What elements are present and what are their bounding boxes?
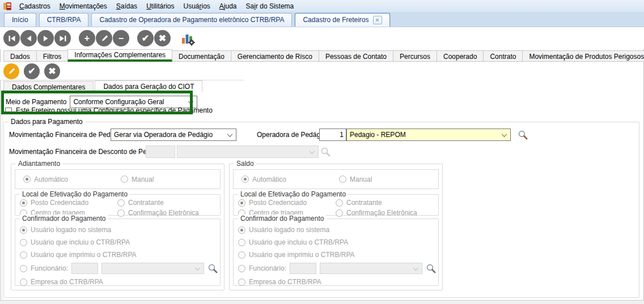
search-icon[interactable] [207,263,218,274]
search-icon[interactable] [426,263,437,274]
menu-sair-do-sistema[interactable]: Sair do Sistema [242,1,299,11]
menu-saidas[interactable]: Saídas [112,1,142,11]
operadora-value: Pedagio - REPOM [350,131,406,139]
local-efetivacao-group: Local de Efetivação do Pagamento Posto C… [233,194,439,216]
edit-button[interactable] [3,63,19,79]
tab-informacoes-complementares[interactable]: Informações Complementares [67,49,172,62]
menu-movimentacoes[interactable]: Movimentações [55,1,112,11]
radio-contratante[interactable]: Contratante [336,198,438,207]
radio-automatico[interactable]: Automático [242,175,339,184]
next-record-button[interactable] [37,30,54,46]
adiantamento-group: Adiantamento Automático Manual Local de … [11,164,224,290]
edit-toolbar: ✔ ✖ [0,62,244,80]
radio-icon [339,175,346,183]
highlight-box [1,91,193,114]
menu-ajuda[interactable]: Ajuda [215,1,242,11]
mov-desconto-select[interactable] [177,145,319,158]
app-window: Cadastros Movimentações Saídas Utilitári… [0,0,644,304]
tab-dados[interactable]: Dados [3,50,37,62]
radio-empresa-ctrb[interactable]: Empresa do CTRB/RPA [20,277,220,286]
bar-chart-gear-icon [180,31,195,46]
funcionario-select[interactable] [101,263,204,274]
delete-record-button[interactable]: − [113,30,129,46]
radio-manual[interactable]: Manual [121,175,220,184]
ciot-form: Meio de Pagamento Conforme Configuração … [0,92,644,300]
menu-utilitarios[interactable]: Utilitários [142,1,179,11]
tab-cooperado[interactable]: Cooperado [437,50,484,62]
pencil-icon [100,35,108,42]
operadora-code-field[interactable]: 1 [319,129,346,141]
edit-record-button[interactable] [96,30,112,46]
tab-inicio[interactable]: Início [4,13,36,27]
radio-icon [238,251,245,259]
radio-confirmacao-eletronica[interactable]: Confirmação Eletrônica [117,208,220,217]
movimentacao-desconto-row: Movimentação Financeira de Desconto de P… [9,145,633,158]
tab-percursos[interactable]: Percursos [393,50,437,62]
radio-posto-credenciado[interactable]: Posto Credenciado [238,198,336,207]
plus-icon: + [84,33,90,44]
app-icon [3,2,12,11]
radio-confirmacao-eletronica[interactable]: Confirmação Eletrônica [336,208,438,217]
radio-usuario-incluiu[interactable]: Usuário que incluiu o CTRB/RPA [20,238,220,247]
pencil-icon [7,67,15,75]
radio-usuario-incluiu[interactable]: Usuário que incluiu o CTRB/RPA [238,238,438,247]
status-strip [0,300,644,304]
tab-gerenciamento-de-risco[interactable]: Gerenciamento de Risco [231,50,319,62]
close-icon[interactable]: × [373,16,382,24]
radio-icon [20,199,27,207]
group-legend: Local de Efetivação do Pagamento [238,190,348,198]
adiantamento-mode-box: Automático Manual [15,169,221,189]
menu-usuarios[interactable]: Usuários [179,1,214,11]
radio-funcionario[interactable]: Funcionário: [20,263,220,274]
radio-icon [20,251,27,259]
mov-pedagio-select[interactable]: Gerar via Operadora de Pedágio [111,129,236,141]
radio-empresa-ctrb[interactable]: Empresa do CTRB/RPA [238,277,438,286]
dados-para-pagamento-group: Dados para Pagamento Movimentação Financ… [3,122,639,298]
discard-button[interactable]: ✖ [44,63,60,79]
radio-automatico[interactable]: Automático [23,175,121,184]
menu-cadastros[interactable]: Cadastros [15,1,55,11]
x-icon: ✖ [48,66,56,76]
radio-icon [23,175,31,183]
radio-usuario-logado[interactable]: Usuário logado no sistema [20,225,220,234]
operadora-select[interactable]: Pedagio - REPOM [346,129,511,141]
first-record-button[interactable] [3,30,20,46]
tab-pessoas-de-contato[interactable]: Pessoas de Contato [319,50,393,62]
add-record-button[interactable]: + [79,30,95,46]
radio-icon [336,199,343,207]
funcionario-code-field[interactable] [290,263,316,274]
radio-usuario-imprimiu[interactable]: Usuário que imprimiu o CTRB/RPA [20,250,220,259]
tab-cadastro-operadora-pagamento[interactable]: Cadastro de Operadora de Pagamento eletr… [91,13,292,27]
previous-record-button[interactable] [20,30,37,46]
mov-desconto-code-field[interactable] [146,145,175,158]
group-legend: Saldo [234,160,256,168]
tab-cadastro-freteiros[interactable]: Cadastro de Freteiros × [295,13,389,27]
tab-filtros[interactable]: Filtros [36,50,69,62]
funcionario-code-field[interactable] [71,263,98,274]
radio-usuario-imprimiu[interactable]: Usuário que imprimiu o CTRB/RPA [238,250,438,259]
search-icon-disabled[interactable] [320,147,331,157]
tab-ctrb-rpa[interactable]: CTRB/RPA [39,13,89,27]
check-icon: ✔ [142,33,149,44]
save-button[interactable]: ✔ [24,63,40,79]
confirm-button[interactable]: ✔ [137,30,154,46]
radio-usuario-logado[interactable]: Usuário logado no sistema [238,225,438,234]
tab-label: CTRB/RPA [47,16,81,24]
tab-contrato[interactable]: Contrato [483,50,523,62]
radio-icon [20,279,27,286]
window-tab-bar: Início CTRB/RPA Cadastro de Operadora de… [0,12,644,27]
radio-funcionario[interactable]: Funcionário: [238,263,438,274]
search-icon[interactable] [518,130,528,140]
radio-posto-credenciado[interactable]: Posto Credenciado [20,198,117,207]
mov-desconto-label: Movimentação Financeira de Desconto de P… [9,145,163,158]
radio-manual[interactable]: Manual [339,175,438,184]
tab-documentacao[interactable]: Documentação [172,50,231,62]
chart-settings-button[interactable] [179,30,196,47]
radio-contratante[interactable]: Contratante [117,198,220,207]
last-record-button[interactable] [54,30,71,46]
tab-label: Cadastro de Freteiros [303,16,368,24]
mov-pedagio-value: Gerar via Operadora de Pedágio [114,131,213,139]
funcionario-select[interactable] [320,263,422,274]
tab-movimentacao-produtos-perigosos[interactable]: Movimentação de Produtos Perigosos [522,50,644,62]
cancel-button[interactable]: ✖ [154,30,171,46]
